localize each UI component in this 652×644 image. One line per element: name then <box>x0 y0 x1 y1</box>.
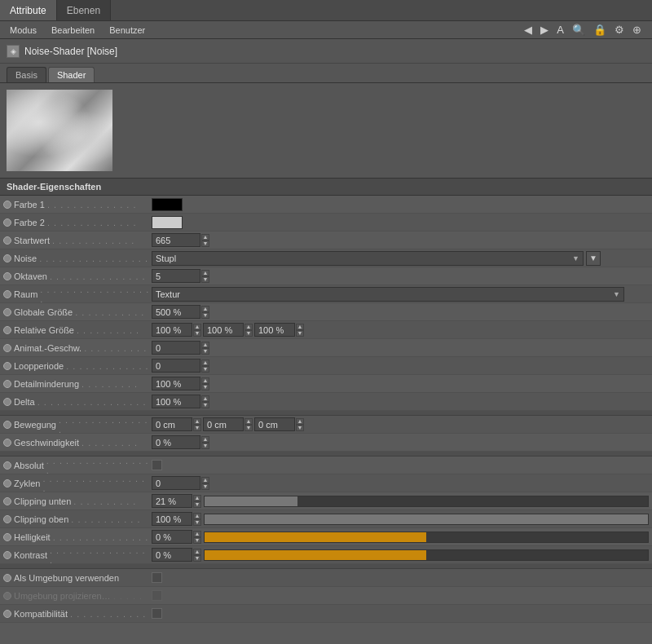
prop-dot-helligkeit[interactable] <box>3 533 11 541</box>
kontrast-bar[interactable] <box>204 549 649 561</box>
globale-groesse-input[interactable] <box>152 305 200 319</box>
clipping-unten-bar[interactable] <box>204 496 649 507</box>
helligkeit-spinner[interactable]: ▲ ▼ <box>193 531 201 544</box>
oktaven-up[interactable]: ▲ <box>201 270 209 276</box>
prop-dot-startwert[interactable] <box>3 236 11 245</box>
noise-dropdown[interactable]: Stupl ▼ <box>152 251 584 266</box>
menu-modus[interactable]: Modus <box>3 24 43 37</box>
prop-dot-clipping-oben[interactable] <box>3 515 11 523</box>
geschwindigkeit-spinner[interactable]: ▲ ▼ <box>201 436 209 449</box>
clipping-oben-bar[interactable] <box>204 514 649 525</box>
zyklen-input[interactable] <box>152 476 200 490</box>
prop-dot-detailminderung[interactable] <box>3 380 11 388</box>
menu-bearbeiten[interactable]: Bearbeiten <box>45 24 101 37</box>
title-bar: ◈ Noise-Shader [Noise] <box>0 39 652 64</box>
tab-basis[interactable]: Basis <box>7 67 46 82</box>
helligkeit-bar[interactable] <box>204 532 649 543</box>
prop-dot-globale-groesse[interactable] <box>3 308 11 316</box>
relative-groesse-y-input[interactable] <box>203 323 244 337</box>
clipping-oben-input[interactable] <box>152 512 192 526</box>
farbe1-color-swatch[interactable] <box>152 198 183 211</box>
keyframe-icon[interactable]: A <box>554 23 566 37</box>
prop-label-geschwindigkeit: Geschwindigkeit <box>14 438 79 448</box>
relative-groesse-x-spinner[interactable]: ▲ ▼ <box>193 324 201 337</box>
prop-dot-farbe1[interactable] <box>3 201 11 209</box>
helligkeit-input[interactable] <box>152 530 192 544</box>
clipping-oben-spinner[interactable]: ▲ ▼ <box>193 513 201 526</box>
globale-groesse-spinner[interactable]: ▲ ▼ <box>201 306 209 319</box>
relative-groesse-z-spinner[interactable]: ▲ ▼ <box>296 324 304 337</box>
geschwindigkeit-input[interactable] <box>152 435 200 449</box>
animat-geschw-input[interactable] <box>152 341 200 355</box>
als-umgebung-checkbox[interactable] <box>152 572 162 583</box>
prop-dot-oktaven[interactable] <box>3 272 11 280</box>
prop-dot-loopperiode[interactable] <box>3 362 11 370</box>
prop-dot-bewegung[interactable] <box>3 421 11 429</box>
prop-dot-animat-geschw[interactable] <box>3 344 11 352</box>
startwert-up[interactable]: ▲ <box>201 234 209 240</box>
absolut-checkbox[interactable] <box>152 460 162 470</box>
animat-geschw-spinner[interactable]: ▲ ▼ <box>201 342 209 355</box>
prop-dot-relative-groesse[interactable] <box>3 326 11 334</box>
expand-icon[interactable]: ⊕ <box>630 23 644 37</box>
prop-row-loopperiode: Loopperiode . . . . . . . . . . . . . ▲ … <box>0 357 652 375</box>
bewegung-x-input[interactable] <box>152 417 192 431</box>
oktaven-input[interactable] <box>152 269 200 283</box>
prop-row-absolut: Absolut . . . . . . . . . . . . . . . . … <box>0 457 652 474</box>
relative-groesse-x-input[interactable] <box>152 323 192 337</box>
prop-dot-absolut[interactable] <box>3 461 11 470</box>
prop-dot-clipping-unten[interactable] <box>3 497 11 505</box>
oktaven-down[interactable]: ▼ <box>201 276 209 283</box>
tab-ebenen[interactable]: Ebenen <box>57 0 111 20</box>
noise-extra-btn[interactable]: ▼ <box>586 251 601 266</box>
detailminderung-input[interactable] <box>152 377 200 390</box>
zyklen-spinner[interactable]: ▲ ▼ <box>201 477 209 490</box>
umgebung-proj-checkbox[interactable] <box>152 590 162 601</box>
prop-label-kompatibilitaet: Kompatibilität <box>14 609 68 619</box>
prop-dot-geschwindigkeit[interactable] <box>3 439 11 447</box>
nav-back-icon[interactable]: ◀ <box>522 23 535 37</box>
kontrast-input[interactable] <box>152 548 192 562</box>
clipping-unten-input[interactable] <box>152 494 192 508</box>
lock-icon[interactable]: 🔒 <box>591 23 609 37</box>
prop-dot-kompatibilitaet[interactable] <box>3 610 11 618</box>
delta-input[interactable] <box>152 395 200 408</box>
menu-benutzer[interactable]: Benutzer <box>103 24 152 37</box>
prop-dot-noise[interactable] <box>3 254 11 262</box>
prop-row-delta: Delta . . . . . . . . . . . . . . . . . … <box>0 393 652 411</box>
prop-dot-kontrast[interactable] <box>3 551 11 559</box>
clipping-unten-spinner[interactable]: ▲ ▼ <box>193 495 201 508</box>
detailminderung-spinner[interactable]: ▲ ▼ <box>201 377 209 390</box>
search-icon[interactable]: 🔍 <box>570 23 588 37</box>
oktaven-spinner[interactable]: ▲ ▼ <box>201 270 209 283</box>
prop-row-animat-geschw: Animat.-Geschw. . . . . . . . . . . ▲ ▼ <box>0 339 652 357</box>
bewegung-z-input[interactable] <box>254 417 295 431</box>
relative-groesse-y-spinner[interactable]: ▲ ▼ <box>244 324 253 337</box>
startwert-spinner[interactable]: ▲ ▼ <box>201 234 209 247</box>
raum-dropdown[interactable]: Textur ▼ <box>152 287 624 302</box>
prop-dot-farbe2[interactable] <box>3 218 11 227</box>
prop-row-clipping-oben: Clipping oben . . . . . . . . . . . ▲ ▼ <box>0 510 652 528</box>
delta-spinner[interactable]: ▲ ▼ <box>201 395 209 408</box>
relative-groesse-z-input[interactable] <box>254 323 295 337</box>
tab-attribute[interactable]: Attribute <box>0 0 57 20</box>
startwert-input[interactable] <box>152 233 200 247</box>
prop-label-relative-groesse: Relative Größe <box>14 325 74 335</box>
loopperiode-spinner[interactable]: ▲ ▼ <box>201 359 209 373</box>
prop-dot-als-umgebung[interactable] <box>3 574 11 582</box>
farbe2-color-swatch[interactable] <box>152 216 183 229</box>
settings-icon[interactable]: ⚙ <box>612 23 627 37</box>
globale-groesse-up[interactable]: ▲ <box>201 306 209 312</box>
prop-dot-zyklen[interactable] <box>3 479 11 487</box>
kontrast-spinner[interactable]: ▲ ▼ <box>193 549 201 562</box>
bewegung-y-input[interactable] <box>203 417 244 431</box>
prop-dot-delta[interactable] <box>3 398 11 406</box>
section-header-shader-props: Shader-Eigenschaften <box>0 178 652 196</box>
prop-dot-raum[interactable] <box>3 290 11 298</box>
loopperiode-input[interactable] <box>152 359 200 373</box>
kompatibilitaet-checkbox[interactable] <box>152 608 162 619</box>
globale-groesse-down[interactable]: ▼ <box>201 312 209 319</box>
nav-forward-icon[interactable]: ▶ <box>538 23 551 37</box>
startwert-down[interactable]: ▼ <box>201 240 209 247</box>
tab-shader[interactable]: Shader <box>48 67 95 82</box>
